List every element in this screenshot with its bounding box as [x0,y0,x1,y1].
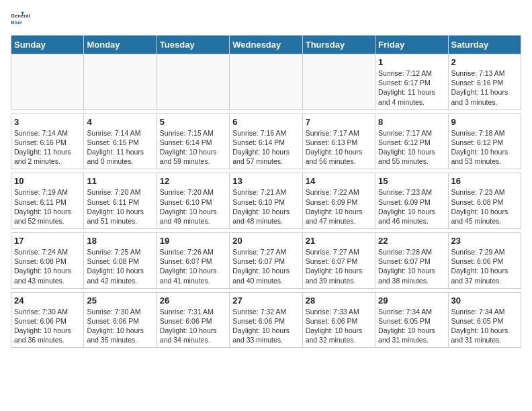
calendar-cell: 27Sunrise: 7:32 AM Sunset: 6:06 PM Dayli… [230,292,302,348]
calendar-cell: 24Sunrise: 7:30 AM Sunset: 6:06 PM Dayli… [11,292,84,348]
day-number: 11 [87,176,153,186]
day-info: Sunrise: 7:15 AM Sunset: 6:14 PM Dayligh… [160,128,226,167]
day-info: Sunrise: 7:27 AM Sunset: 6:07 PM Dayligh… [232,247,299,285]
calendar-cell: 9Sunrise: 7:18 AM Sunset: 6:12 PM Daylig… [448,113,521,169]
day-info: Sunrise: 7:24 AM Sunset: 6:08 PM Dayligh… [14,247,81,285]
day-number: 25 [87,295,153,306]
calendar-cell: 2Sunrise: 7:13 AM Sunset: 6:16 PM Daylig… [448,54,521,110]
day-info: Sunrise: 7:30 AM Sunset: 6:06 PM Dayligh… [14,307,81,345]
day-number: 9 [451,117,518,127]
day-info: Sunrise: 7:21 AM Sunset: 6:10 PM Dayligh… [232,187,299,226]
calendar-week-0: 1Sunrise: 7:12 AM Sunset: 6:17 PM Daylig… [11,54,521,110]
day-number: 6 [232,117,299,127]
day-info: Sunrise: 7:19 AM Sunset: 6:11 PM Dayligh… [14,187,81,226]
day-number: 4 [87,117,153,127]
day-info: Sunrise: 7:23 AM Sunset: 6:08 PM Dayligh… [451,187,518,226]
day-info: Sunrise: 7:23 AM Sunset: 6:09 PM Dayligh… [378,187,445,226]
calendar-cell: 4Sunrise: 7:14 AM Sunset: 6:15 PM Daylig… [84,113,157,169]
calendar-cell: 17Sunrise: 7:24 AM Sunset: 6:08 PM Dayli… [11,233,84,289]
day-number: 8 [378,117,445,127]
col-header-wednesday: Wednesday [230,36,302,54]
day-number: 18 [87,236,153,246]
day-info: Sunrise: 7:27 AM Sunset: 6:07 PM Dayligh… [306,247,372,285]
calendar-cell: 30Sunrise: 7:34 AM Sunset: 6:05 PM Dayli… [448,292,521,348]
calendar-cell: 16Sunrise: 7:23 AM Sunset: 6:08 PM Dayli… [448,173,521,229]
calendar-cell: 14Sunrise: 7:22 AM Sunset: 6:09 PM Dayli… [302,173,375,229]
day-number: 28 [306,295,372,306]
calendar-week-2: 10Sunrise: 7:19 AM Sunset: 6:11 PM Dayli… [11,173,521,229]
day-info: Sunrise: 7:31 AM Sunset: 6:06 PM Dayligh… [160,307,226,345]
calendar-cell: 22Sunrise: 7:28 AM Sunset: 6:07 PM Dayli… [375,233,448,289]
day-number: 10 [14,176,81,186]
calendar-cell: 26Sunrise: 7:31 AM Sunset: 6:06 PM Dayli… [157,292,229,348]
calendar-cell: 3Sunrise: 7:14 AM Sunset: 6:16 PM Daylig… [11,113,84,169]
day-info: Sunrise: 7:17 AM Sunset: 6:13 PM Dayligh… [306,128,372,167]
col-header-saturday: Saturday [448,36,521,54]
calendar-cell [302,54,375,110]
day-number: 30 [451,295,518,306]
day-info: Sunrise: 7:18 AM Sunset: 6:12 PM Dayligh… [451,128,518,167]
col-header-thursday: Thursday [302,36,375,54]
day-number: 20 [232,236,299,246]
day-info: Sunrise: 7:32 AM Sunset: 6:06 PM Dayligh… [232,307,299,345]
calendar-cell [157,54,229,110]
calendar-cell: 29Sunrise: 7:34 AM Sunset: 6:05 PM Dayli… [375,292,448,348]
calendar-cell: 7Sunrise: 7:17 AM Sunset: 6:13 PM Daylig… [302,113,375,169]
calendar-cell: 25Sunrise: 7:30 AM Sunset: 6:06 PM Dayli… [84,292,157,348]
calendar-cell [230,54,302,110]
calendar-table: SundayMondayTuesdayWednesdayThursdayFrid… [11,35,521,348]
logo-icon: GeneralBlue [11,11,30,30]
day-info: Sunrise: 7:22 AM Sunset: 6:09 PM Dayligh… [306,187,372,226]
day-info: Sunrise: 7:13 AM Sunset: 6:16 PM Dayligh… [451,68,518,107]
day-info: Sunrise: 7:34 AM Sunset: 6:05 PM Dayligh… [451,307,518,345]
day-number: 7 [306,117,372,127]
day-number: 16 [451,176,518,186]
day-number: 24 [14,295,81,306]
day-info: Sunrise: 7:12 AM Sunset: 6:17 PM Dayligh… [378,68,445,107]
day-info: Sunrise: 7:30 AM Sunset: 6:06 PM Dayligh… [87,307,153,345]
calendar-cell: 6Sunrise: 7:16 AM Sunset: 6:14 PM Daylig… [230,113,302,169]
day-number: 27 [232,295,299,306]
day-number: 13 [232,176,299,186]
day-number: 22 [378,236,445,246]
calendar-cell: 10Sunrise: 7:19 AM Sunset: 6:11 PM Dayli… [11,173,84,229]
day-number: 3 [14,117,81,127]
col-header-sunday: Sunday [11,36,84,54]
day-info: Sunrise: 7:33 AM Sunset: 6:06 PM Dayligh… [306,307,372,345]
calendar-header-row: SundayMondayTuesdayWednesdayThursdayFrid… [11,36,521,54]
svg-text:General: General [11,13,30,19]
calendar-cell: 28Sunrise: 7:33 AM Sunset: 6:06 PM Dayli… [302,292,375,348]
col-header-tuesday: Tuesday [157,36,229,54]
day-info: Sunrise: 7:17 AM Sunset: 6:12 PM Dayligh… [378,128,445,167]
calendar-cell: 19Sunrise: 7:26 AM Sunset: 6:07 PM Dayli… [157,233,229,289]
day-info: Sunrise: 7:16 AM Sunset: 6:14 PM Dayligh… [232,128,299,167]
calendar-cell [11,54,84,110]
calendar-cell: 18Sunrise: 7:25 AM Sunset: 6:08 PM Dayli… [84,233,157,289]
day-info: Sunrise: 7:20 AM Sunset: 6:10 PM Dayligh… [160,187,226,226]
calendar-week-4: 24Sunrise: 7:30 AM Sunset: 6:06 PM Dayli… [11,292,521,348]
day-number: 23 [451,236,518,246]
calendar-cell: 20Sunrise: 7:27 AM Sunset: 6:07 PM Dayli… [230,233,302,289]
day-number: 2 [451,57,518,67]
day-info: Sunrise: 7:14 AM Sunset: 6:16 PM Dayligh… [14,128,81,167]
day-info: Sunrise: 7:20 AM Sunset: 6:11 PM Dayligh… [87,187,153,226]
calendar-week-1: 3Sunrise: 7:14 AM Sunset: 6:16 PM Daylig… [11,113,521,169]
day-info: Sunrise: 7:25 AM Sunset: 6:08 PM Dayligh… [87,247,153,285]
calendar-cell: 21Sunrise: 7:27 AM Sunset: 6:07 PM Dayli… [302,233,375,289]
calendar-cell [84,54,157,110]
calendar-cell: 23Sunrise: 7:29 AM Sunset: 6:06 PM Dayli… [448,233,521,289]
svg-text:Blue: Blue [11,19,22,26]
calendar-cell: 8Sunrise: 7:17 AM Sunset: 6:12 PM Daylig… [375,113,448,169]
calendar-cell: 1Sunrise: 7:12 AM Sunset: 6:17 PM Daylig… [375,54,448,110]
logo: GeneralBlue [11,11,30,30]
day-number: 17 [14,236,81,246]
day-number: 26 [160,295,226,306]
day-info: Sunrise: 7:14 AM Sunset: 6:15 PM Dayligh… [87,128,153,167]
day-info: Sunrise: 7:34 AM Sunset: 6:05 PM Dayligh… [378,307,445,345]
day-number: 5 [160,117,226,127]
day-number: 21 [306,236,372,246]
calendar-cell: 15Sunrise: 7:23 AM Sunset: 6:09 PM Dayli… [375,173,448,229]
calendar-cell: 5Sunrise: 7:15 AM Sunset: 6:14 PM Daylig… [157,113,229,169]
day-info: Sunrise: 7:29 AM Sunset: 6:06 PM Dayligh… [451,247,518,285]
day-number: 14 [306,176,372,186]
